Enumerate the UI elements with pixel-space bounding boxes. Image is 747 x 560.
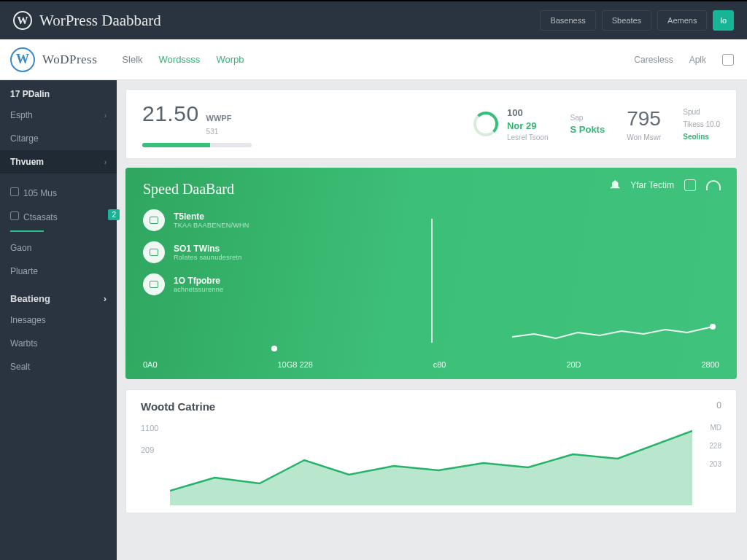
gauge-top-label: Sap bbox=[570, 114, 605, 122]
titlebar-tab-3[interactable]: Aemens bbox=[657, 10, 707, 31]
area-chart bbox=[170, 425, 692, 505]
stats-strip: 21.50 WWPF 531 100 Nor 29 Lesrel Tsoon bbox=[125, 89, 737, 159]
titlebar-accent-button[interactable]: lo bbox=[713, 10, 734, 31]
nav-item-1[interactable]: Slelk bbox=[122, 54, 142, 65]
stat-secondary-value: 795 bbox=[627, 107, 661, 131]
gauge-right-label: S Pokts bbox=[570, 124, 605, 135]
brand-label: WoDPress bbox=[42, 52, 97, 67]
chevron-right-icon: › bbox=[104, 112, 107, 120]
gauge-icon bbox=[473, 112, 498, 136]
stat-rcol-line3: Seolins bbox=[683, 133, 720, 141]
sidebar-item-4[interactable]: Ctsasats2 bbox=[0, 205, 117, 229]
stat-primary: 21.50 WWPF 531 bbox=[142, 101, 266, 147]
hero-actions: Yfar Tectim bbox=[610, 179, 721, 191]
hero-action-label[interactable]: Yfar Tectim bbox=[630, 180, 674, 190]
header-nav: Slelk Wordssss Worpb bbox=[122, 54, 244, 65]
svg-point-0 bbox=[710, 324, 716, 330]
sidebar-item-6[interactable]: Pluarte bbox=[0, 260, 117, 283]
wordpress-mark-icon: W bbox=[13, 11, 32, 30]
progress-bar bbox=[142, 143, 252, 147]
hero-xaxis: 0A0 10G8 228 c80 20D 2800 bbox=[143, 360, 719, 369]
sidebar-item-1[interactable]: Espth› bbox=[0, 104, 117, 127]
gauge-date: Nor 29 bbox=[507, 120, 549, 131]
sub-header: W WoDPress Slelk Wordssss Worpb Caresles… bbox=[0, 39, 747, 80]
chart-title: Wootd Catrine bbox=[141, 400, 721, 413]
wordpress-logo-icon: W bbox=[10, 47, 35, 72]
circle-icon bbox=[143, 209, 165, 231]
stat-right-col: Spud Tikess 10.0 Seolins bbox=[683, 108, 720, 141]
bell-icon[interactable] bbox=[610, 180, 620, 190]
sidebar-item-8[interactable]: Warbts bbox=[0, 332, 117, 355]
circle-icon bbox=[143, 273, 165, 295]
chevron-right-icon: › bbox=[104, 293, 107, 304]
stat-secondary: 795 Won Mswr bbox=[627, 107, 661, 141]
chart-card: Wootd Catrine 0 1100 209 MD 228 203 bbox=[125, 389, 737, 513]
stat-rcol-top: Spud bbox=[683, 108, 720, 116]
stat-primary-sub: 531 bbox=[206, 128, 219, 136]
header-settings-icon[interactable] bbox=[722, 54, 734, 66]
titlebar-tab-2[interactable]: Sbeates bbox=[602, 10, 651, 31]
sidebar-item-2[interactable]: Citarge bbox=[0, 127, 117, 150]
sidebar-accent-line bbox=[10, 230, 44, 232]
header-right-link-1[interactable]: Caresless bbox=[634, 55, 673, 65]
titlebar-tab-1[interactable]: Baseness bbox=[540, 10, 595, 31]
gauge-caption: Lesrel Tsoon bbox=[507, 133, 549, 141]
sidebar-item-9[interactable]: Sealt bbox=[0, 355, 117, 378]
speedometer-icon[interactable] bbox=[706, 180, 721, 190]
header-right: Caresless Aplk bbox=[634, 54, 734, 66]
hero-sparkline bbox=[512, 316, 716, 346]
stat-gauge: 100 Nor 29 Lesrel Tsoon Sap S Pokts bbox=[473, 107, 605, 141]
stat-primary-label: WWPF bbox=[206, 114, 232, 122]
sidebar-group-title[interactable]: Beatieng› bbox=[0, 283, 117, 308]
gauge-value: 100 bbox=[507, 107, 549, 118]
nav-item-2[interactable]: Wordssss bbox=[159, 54, 201, 65]
chart-right-y-labels: MD 228 203 bbox=[709, 424, 721, 468]
chart-corner-value: 0 bbox=[716, 400, 721, 411]
stat-rcol-line1: Tikess 10.0 bbox=[683, 120, 720, 128]
hero-panel: Speed DaaBard Yfar Tectim T5lenteTKAA BA… bbox=[125, 168, 737, 379]
titlebar: W WorPress Daabbard Baseness Sbeates Aem… bbox=[0, 0, 747, 39]
square-icon[interactable] bbox=[684, 179, 696, 191]
data-point-dot bbox=[271, 346, 277, 351]
sidebar-section-title: 17 PDalin bbox=[0, 80, 117, 104]
header-right-link-2[interactable]: Aplk bbox=[689, 55, 706, 65]
hero-divider bbox=[431, 219, 433, 343]
sidebar-item-7[interactable]: Inesages bbox=[0, 308, 117, 332]
chevron-right-icon: › bbox=[104, 158, 107, 166]
stat-primary-value: 21.50 bbox=[142, 101, 199, 126]
sidebar-item-5[interactable]: Gaon bbox=[0, 236, 117, 260]
square-icon bbox=[10, 187, 19, 196]
sidebar-item-active[interactable]: Thvuem› bbox=[0, 150, 117, 174]
stat-secondary-line2: Won Mswr bbox=[627, 133, 661, 141]
main-area: 21.50 WWPF 531 100 Nor 29 Lesrel Tsoon bbox=[117, 80, 737, 560]
circle-icon bbox=[143, 241, 165, 263]
chart-y-labels: 1100 209 bbox=[141, 424, 158, 454]
nav-item-3[interactable]: Worpb bbox=[216, 54, 244, 65]
sidebar: 17 PDalin Espth› Citarge Thvuem› 105 Mus… bbox=[0, 80, 117, 560]
app-title: WorPress Daabbard bbox=[39, 12, 161, 30]
square-icon bbox=[10, 211, 19, 220]
sidebar-item-3[interactable]: 105 Mus bbox=[0, 181, 117, 205]
